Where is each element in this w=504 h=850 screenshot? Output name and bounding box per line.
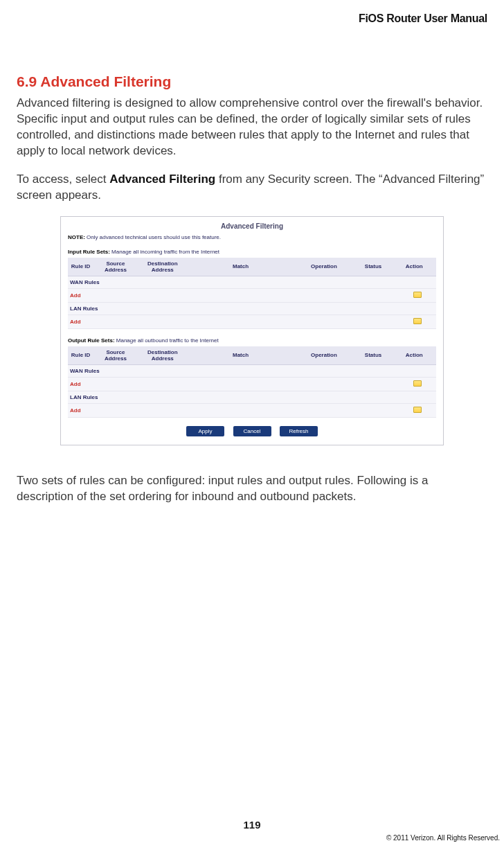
- af-title: Advanced Filtering: [61, 217, 443, 233]
- add-link[interactable]: Add: [68, 288, 392, 302]
- col-action: Action: [392, 258, 436, 276]
- col-match: Match: [188, 346, 294, 365]
- col-source: Source Address: [93, 258, 137, 276]
- intro-paragraph: Advanced filtering is designed to allow …: [17, 96, 487, 159]
- page-number: 119: [0, 819, 504, 831]
- output-rule-desc: Manage all outbound traffic to the Inter…: [115, 337, 219, 344]
- access-pre: To access, select: [17, 172, 109, 186]
- add-link[interactable]: Add: [68, 403, 392, 417]
- table-header-row: Rule ID Source Address Destination Addre…: [68, 346, 436, 365]
- col-status: Status: [354, 346, 393, 365]
- col-rule-id: Rule ID: [68, 346, 93, 365]
- col-operation: Operation: [294, 346, 354, 365]
- add-row[interactable]: Add: [68, 288, 436, 302]
- section-heading: 6.9 Advanced Filtering: [17, 73, 487, 90]
- advanced-filtering-screenshot: Advanced Filtering NOTE: Only advanced t…: [60, 216, 444, 445]
- table-header-row: Rule ID Source Address Destination Addre…: [68, 258, 436, 276]
- wan-rules-row: WAN Rules: [68, 276, 436, 288]
- add-link[interactable]: Add: [68, 315, 392, 328]
- col-match: Match: [188, 258, 294, 276]
- input-rule-heading: Input Rule Sets: Manage all incoming tra…: [61, 247, 443, 258]
- add-row[interactable]: Add: [68, 403, 436, 417]
- add-row[interactable]: Add: [68, 377, 436, 391]
- edit-icon[interactable]: [413, 407, 422, 413]
- add-row[interactable]: Add: [68, 315, 436, 328]
- copyright: © 2011 Verizon. All Rights Reserved.: [386, 834, 500, 842]
- col-status: Status: [354, 258, 393, 276]
- af-note-text: Only advanced technical users should use…: [85, 234, 221, 240]
- af-note-label: NOTE:: [68, 234, 85, 240]
- add-link[interactable]: Add: [68, 377, 392, 391]
- col-dest: Destination Address: [138, 258, 188, 276]
- col-source: Source Address: [93, 346, 137, 365]
- apply-button[interactable]: Apply: [186, 426, 224, 436]
- wan-rules-label: WAN Rules: [68, 276, 436, 288]
- output-rules-table: Rule ID Source Address Destination Addre…: [68, 346, 436, 418]
- input-rules-table: Rule ID Source Address Destination Addre…: [68, 258, 436, 329]
- wan-rules-label: WAN Rules: [68, 364, 436, 377]
- edit-icon[interactable]: [413, 380, 422, 387]
- wan-rules-row: WAN Rules: [68, 364, 436, 377]
- output-rule-label: Output Rule Sets:: [68, 337, 115, 344]
- access-bold: Advanced Filtering: [109, 172, 215, 186]
- cancel-button[interactable]: Cancel: [233, 426, 271, 436]
- edit-icon[interactable]: [413, 292, 422, 298]
- input-rule-desc: Manage all incoming traffic from the Int…: [110, 249, 219, 255]
- lan-rules-row: LAN Rules: [68, 302, 436, 315]
- edit-icon[interactable]: [413, 318, 422, 324]
- access-paragraph: To access, select Advanced Filtering fro…: [17, 172, 487, 204]
- col-action: Action: [392, 346, 436, 365]
- col-dest: Destination Address: [138, 346, 188, 365]
- manual-title: FiOS Router User Manual: [17, 12, 487, 25]
- lan-rules-row: LAN Rules: [68, 391, 436, 403]
- col-rule-id: Rule ID: [68, 258, 93, 276]
- refresh-button[interactable]: Refresh: [280, 426, 318, 436]
- input-rule-label: Input Rule Sets:: [68, 249, 110, 255]
- output-rule-heading: Output Rule Sets: Manage all outbound tr…: [61, 336, 443, 346]
- button-row: Apply Cancel Refresh: [61, 420, 443, 438]
- col-operation: Operation: [294, 258, 354, 276]
- af-note: NOTE: Only advanced technical users shou…: [61, 233, 443, 247]
- lan-rules-label: LAN Rules: [68, 391, 436, 403]
- lan-rules-label: LAN Rules: [68, 302, 436, 315]
- closing-paragraph: Two sets of rules can be configured: inp…: [17, 473, 487, 505]
